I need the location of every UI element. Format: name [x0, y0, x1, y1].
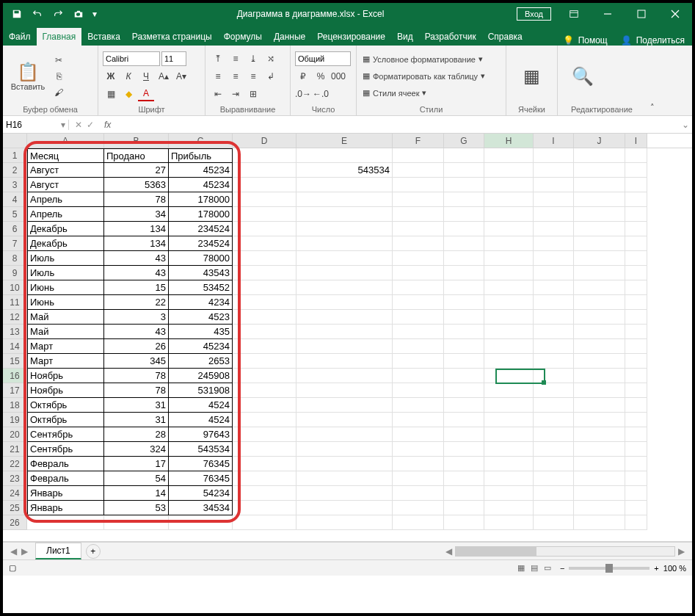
underline-button[interactable]: Ч	[138, 69, 154, 84]
cell[interactable]	[574, 295, 625, 310]
cell[interactable]	[444, 222, 484, 236]
cell[interactable]	[574, 501, 625, 515]
tab-insert[interactable]: Вставка	[81, 28, 126, 46]
cell[interactable]	[534, 325, 574, 339]
comma-icon[interactable]: 000	[330, 69, 346, 84]
cell[interactable]	[296, 486, 393, 501]
row-header[interactable]: 25	[3, 501, 27, 515]
row-header[interactable]: 3	[3, 178, 27, 192]
cell[interactable]	[393, 222, 444, 236]
column-header[interactable]: B	[104, 134, 169, 148]
cell[interactable]	[296, 383, 393, 398]
row-header[interactable]: 1	[3, 148, 27, 163]
cell[interactable]	[534, 515, 574, 530]
cell[interactable]	[534, 457, 574, 471]
horizontal-scrollbar[interactable]: ◀ ▶	[101, 546, 692, 557]
cell[interactable]	[484, 236, 534, 251]
cell[interactable]	[444, 207, 484, 222]
cell[interactable]	[484, 501, 534, 515]
cell[interactable]	[625, 354, 647, 369]
cell[interactable]: 4524	[169, 413, 233, 427]
cell[interactable]	[296, 178, 393, 192]
tab-review[interactable]: Рецензирование	[311, 28, 391, 46]
cell[interactable]: 15	[104, 280, 169, 295]
align-middle-icon[interactable]: ≡	[228, 51, 244, 66]
cell[interactable]: 134	[104, 222, 169, 236]
row-header[interactable]: 5	[3, 207, 27, 222]
normal-view-icon[interactable]: ▦	[517, 563, 525, 573]
cell[interactable]: 43543	[169, 266, 233, 280]
cell[interactable]: Февраль	[27, 471, 104, 486]
cell[interactable]	[625, 192, 647, 207]
row-header[interactable]: 9	[3, 266, 27, 280]
cell[interactable]: Февраль	[27, 457, 104, 471]
row-header[interactable]: 16	[3, 369, 27, 383]
cell[interactable]: 5363	[104, 178, 169, 192]
cell[interactable]	[484, 515, 534, 530]
row-header[interactable]: 22	[3, 457, 27, 471]
record-macro-icon[interactable]: ▢	[9, 563, 16, 573]
cell[interactable]	[625, 369, 647, 383]
cell[interactable]: Апрель	[27, 207, 104, 222]
cell[interactable]	[393, 369, 444, 383]
undo-icon[interactable]	[28, 4, 47, 23]
cell[interactable]	[574, 457, 625, 471]
column-header[interactable]: I	[625, 134, 647, 148]
column-header[interactable]: D	[233, 134, 296, 148]
close-icon[interactable]	[658, 3, 692, 25]
cell[interactable]	[625, 427, 647, 442]
cell[interactable]	[534, 369, 574, 383]
cell[interactable]	[444, 486, 484, 501]
cell[interactable]	[484, 457, 534, 471]
cell[interactable]: 45234	[169, 163, 233, 178]
cell[interactable]: 178000	[169, 192, 233, 207]
cell[interactable]: 26	[104, 339, 169, 354]
decrease-decimal-icon[interactable]: ←.0	[313, 87, 329, 101]
cell[interactable]	[574, 442, 625, 457]
cell[interactable]	[444, 427, 484, 442]
cell[interactable]	[296, 207, 393, 222]
camera-icon[interactable]	[69, 4, 88, 23]
cell[interactable]	[296, 192, 393, 207]
cell[interactable]: 245908	[169, 369, 233, 383]
cell[interactable]	[393, 266, 444, 280]
align-center-icon[interactable]: ≡	[228, 69, 244, 84]
cell[interactable]	[534, 413, 574, 427]
cell[interactable]	[625, 398, 647, 413]
cell[interactable]	[534, 207, 574, 222]
column-header[interactable]: I	[534, 134, 574, 148]
tell-me[interactable]: Помощ	[578, 35, 608, 46]
column-header[interactable]: A	[27, 134, 104, 148]
cell[interactable]	[534, 471, 574, 486]
cell[interactable]	[296, 295, 393, 310]
cell[interactable]: Октябрь	[27, 413, 104, 427]
cell[interactable]: Январь	[27, 501, 104, 515]
cell[interactable]: Декабрь	[27, 222, 104, 236]
cell[interactable]	[233, 383, 296, 398]
cell[interactable]	[574, 310, 625, 325]
cell[interactable]	[625, 325, 647, 339]
cell[interactable]	[484, 471, 534, 486]
cell[interactable]	[625, 413, 647, 427]
cell[interactable]	[233, 207, 296, 222]
cell[interactable]: 31	[104, 413, 169, 427]
cell[interactable]	[296, 339, 393, 354]
cell[interactable]: 178000	[169, 207, 233, 222]
fill-color-icon[interactable]: ◆	[120, 87, 137, 101]
cell[interactable]	[393, 236, 444, 251]
cell[interactable]	[393, 501, 444, 515]
decrease-font-icon[interactable]: A▾	[173, 69, 189, 84]
page-break-view-icon[interactable]: ▭	[544, 563, 551, 573]
align-right-icon[interactable]: ≡	[245, 69, 261, 84]
cell[interactable]	[296, 369, 393, 383]
cell[interactable]	[534, 266, 574, 280]
tab-layout[interactable]: Разметка страницы	[126, 28, 218, 46]
cell[interactable]	[484, 427, 534, 442]
increase-font-icon[interactable]: A▴	[156, 69, 172, 84]
cell[interactable]	[233, 398, 296, 413]
cell[interactable]	[233, 178, 296, 192]
cell[interactable]	[484, 163, 534, 178]
cell[interactable]	[484, 398, 534, 413]
cell[interactable]	[484, 192, 534, 207]
cell[interactable]	[625, 442, 647, 457]
